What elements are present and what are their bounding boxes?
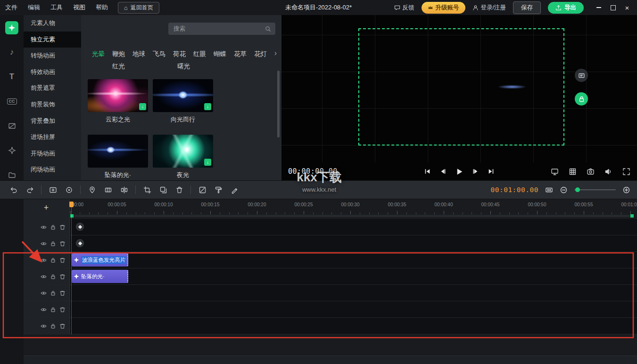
keyframe-button[interactable] bbox=[76, 239, 84, 247]
visibility-eye-icon[interactable] bbox=[41, 241, 47, 247]
fit-timeline-button[interactable] bbox=[545, 186, 553, 194]
track-content[interactable] bbox=[70, 285, 637, 301]
save-button[interactable]: 保存 bbox=[513, 1, 541, 14]
track-content[interactable] bbox=[70, 301, 637, 317]
timeline-zoom-slider[interactable] bbox=[574, 187, 616, 193]
category-item[interactable]: 进场挂屏 bbox=[24, 129, 81, 146]
lock-track-icon[interactable] bbox=[50, 274, 56, 280]
delete-track-icon[interactable] bbox=[59, 323, 66, 329]
tag-item[interactable]: 荷花 bbox=[173, 50, 186, 58]
lock-track-icon[interactable] bbox=[50, 290, 56, 296]
skip-to-end-button[interactable] bbox=[488, 168, 495, 175]
category-item[interactable]: 转场动画 bbox=[24, 48, 81, 64]
grid-button[interactable] bbox=[569, 168, 577, 176]
search-input[interactable] bbox=[173, 25, 265, 32]
previous-frame-button[interactable] bbox=[440, 168, 447, 175]
lock-track-icon[interactable] bbox=[50, 257, 56, 263]
upgrade-account-button[interactable]: 升级账号 bbox=[422, 2, 465, 14]
rail-subtitle-tab[interactable]: CC bbox=[5, 95, 18, 108]
category-item[interactable]: 前景装饰 bbox=[24, 97, 81, 113]
delete-track-icon[interactable] bbox=[59, 274, 66, 280]
menu-view[interactable]: 视图 bbox=[68, 3, 91, 12]
login-register-button[interactable]: 登录/注册 bbox=[472, 4, 506, 12]
track-content[interactable] bbox=[70, 219, 637, 235]
play-button[interactable] bbox=[455, 168, 463, 176]
duplicate-button[interactable] bbox=[155, 186, 171, 194]
zoom-slider-handle[interactable] bbox=[575, 187, 580, 192]
tag-item[interactable]: 曙光 bbox=[177, 62, 190, 71]
tag-item[interactable]: 蝴蝶 bbox=[214, 50, 226, 58]
tag-item[interactable]: 飞鸟 bbox=[153, 50, 165, 58]
canvas-selection-rect[interactable] bbox=[358, 28, 564, 146]
advanced-edit-button[interactable] bbox=[226, 186, 242, 194]
lock-aspect-button[interactable] bbox=[575, 92, 588, 105]
playhead-handle[interactable] bbox=[69, 202, 74, 207]
menu-help[interactable]: 帮助 bbox=[91, 3, 113, 12]
menu-tools[interactable]: 工具 bbox=[45, 3, 68, 12]
range-handle-right[interactable] bbox=[630, 214, 634, 218]
add-track-button[interactable]: + bbox=[41, 203, 51, 213]
download-icon[interactable]: ↓ bbox=[139, 103, 146, 110]
delete-track-icon[interactable] bbox=[59, 257, 66, 263]
element-thumb-toward-light[interactable]: ↓ bbox=[153, 79, 213, 112]
rail-elements-tab[interactable] bbox=[5, 21, 18, 34]
track-content[interactable] bbox=[70, 235, 637, 251]
search-box[interactable] bbox=[168, 23, 275, 35]
category-item-selected[interactable]: 独立元素 bbox=[24, 32, 81, 48]
rail-effects-tab[interactable] bbox=[5, 144, 18, 157]
tag-item[interactable]: 鞭炮 bbox=[112, 50, 125, 58]
clip-wave-blue-glow[interactable]: 波浪蓝色发光亮片 bbox=[72, 253, 128, 267]
lock-track-icon[interactable] bbox=[50, 307, 56, 313]
visibility-eye-icon[interactable] bbox=[41, 307, 47, 313]
tag-halo[interactable]: 光晕 bbox=[92, 50, 105, 58]
zoom-in-button[interactable] bbox=[622, 186, 630, 194]
skip-to-start-button[interactable] bbox=[424, 168, 431, 175]
track-content[interactable] bbox=[70, 318, 637, 334]
snapshot-button[interactable] bbox=[587, 168, 595, 176]
category-item[interactable]: 闭场动画 bbox=[24, 162, 81, 178]
lock-track-icon[interactable] bbox=[50, 323, 56, 329]
element-thumb-cloud-light[interactable]: ↓ bbox=[88, 79, 148, 112]
category-item[interactable]: 元素人物 bbox=[24, 15, 81, 32]
next-frame-button[interactable] bbox=[472, 168, 479, 175]
menu-file[interactable]: 文件 bbox=[0, 3, 23, 12]
add-to-timeline-button[interactable] bbox=[45, 186, 61, 194]
rail-transition-tab[interactable] bbox=[5, 119, 18, 132]
delete-track-icon[interactable] bbox=[59, 290, 66, 296]
download-icon[interactable]: ↓ bbox=[204, 103, 211, 110]
crop-button[interactable] bbox=[139, 186, 155, 194]
rail-audio-tab[interactable]: ♪ bbox=[5, 46, 18, 59]
tag-item[interactable]: 红光 bbox=[112, 62, 125, 71]
zoom-out-button[interactable] bbox=[560, 186, 568, 194]
minimize-button[interactable] bbox=[593, 1, 605, 14]
fit-screen-button[interactable] bbox=[575, 69, 588, 82]
close-button[interactable]: × bbox=[621, 1, 633, 14]
element-thumb-night-light[interactable]: ↓ bbox=[153, 135, 213, 168]
feedback-button[interactable]: 反馈 bbox=[394, 4, 414, 12]
track-content[interactable]: 坠落的光· bbox=[70, 268, 637, 284]
range-select-button[interactable] bbox=[100, 186, 116, 194]
category-item[interactable]: 特效动画 bbox=[24, 64, 81, 81]
export-button[interactable]: 导出 bbox=[548, 2, 584, 14]
category-item[interactable]: 背景叠加 bbox=[24, 113, 81, 129]
maximize-button[interactable] bbox=[607, 1, 619, 14]
timeline-scroll-range-bar[interactable] bbox=[70, 215, 634, 217]
display-mode-button[interactable] bbox=[551, 168, 559, 176]
keyframe-button[interactable] bbox=[76, 223, 84, 231]
element-thumb-falling-light[interactable] bbox=[88, 135, 148, 168]
tag-item[interactable]: 花灯 bbox=[254, 50, 267, 58]
tag-item[interactable]: 红眼 bbox=[193, 50, 206, 58]
fullscreen-button[interactable] bbox=[622, 168, 630, 176]
timeline-ruler[interactable]: 00:00 00:00:05 00:00:10 00:00:15 00:00:2… bbox=[70, 199, 637, 214]
visibility-eye-icon[interactable] bbox=[41, 323, 47, 329]
undo-button[interactable] bbox=[6, 186, 22, 194]
return-home-button[interactable]: ⌂ 返回首页 bbox=[118, 2, 159, 14]
add-marker-button[interactable] bbox=[84, 186, 100, 194]
visibility-eye-icon[interactable] bbox=[41, 290, 47, 296]
delete-button[interactable] bbox=[171, 186, 187, 194]
visibility-eye-icon[interactable] bbox=[41, 224, 47, 230]
visibility-eye-icon[interactable] bbox=[41, 257, 47, 263]
tags-more-arrow[interactable]: › bbox=[274, 49, 277, 57]
preview-element-flare[interactable] bbox=[497, 85, 527, 89]
delete-track-icon[interactable] bbox=[59, 307, 66, 313]
